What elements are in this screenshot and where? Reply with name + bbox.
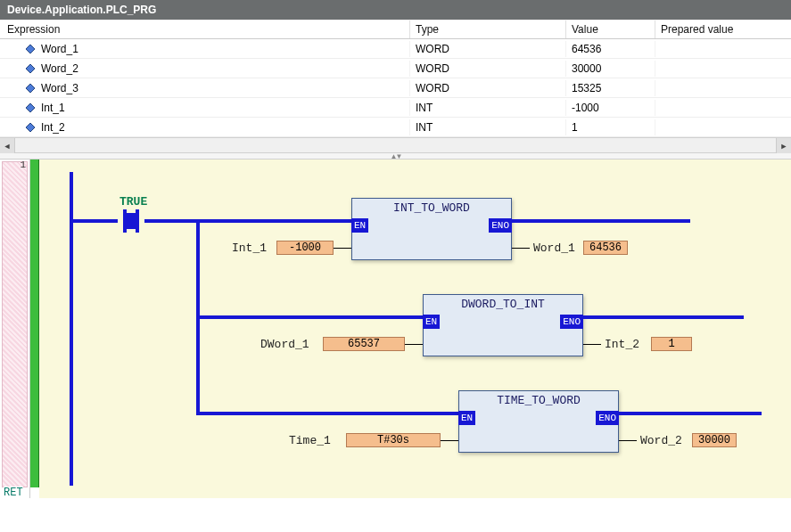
wire [196,315,423,319]
power-flow-bar [30,160,39,487]
network-number: 1 [20,160,26,170]
fb3-input-name: Time_1 [289,434,331,447]
fb3-output-name: Word_2 [640,434,682,447]
fb1-output-name: Word_1 [533,241,575,255]
contact-closed-fill [127,213,136,229]
variable-type: INT [410,100,566,116]
variable-name: Word_1 [41,43,78,55]
wire [196,219,351,223]
function-block-time-to-word[interactable]: TIME_TO_WORD EN ENO [458,390,619,453]
variable-prepared[interactable] [655,86,791,90]
wire [144,219,200,223]
svg-marker-1 [26,64,35,73]
variable-name: Int_2 [41,121,65,134]
svg-marker-3 [26,103,35,112]
window-title: Device.Application.PLC_PRG [7,4,156,16]
variable-name: Word_2 [41,62,78,75]
variable-type: WORD [410,41,566,57]
table-row[interactable]: Word_3WORD15325 [0,78,791,98]
variable-name: Int_1 [41,102,65,114]
table-row[interactable]: Word_2WORD30000 [0,59,791,78]
wire-thin [334,248,351,249]
variable-table-body: Word_1WORD64536Word_2WORD30000Word_3WORD… [0,39,791,137]
contact-bar-right-icon [136,209,139,233]
variable-name: Word_3 [41,82,78,94]
fb1-output-value[interactable]: 64536 [583,241,628,255]
col-header-expression[interactable]: Expression [0,20,410,38]
variable-prepared[interactable] [655,67,791,70]
return-label: RET [4,487,23,499]
fb2-output-name: Int_2 [605,338,639,351]
wire-thin [583,344,601,345]
wire [619,412,762,415]
fb3-input-value[interactable]: T#30s [346,433,441,447]
variable-prepared[interactable] [655,126,791,129]
fb1-input-value[interactable]: -1000 [276,241,334,255]
ladder-canvas[interactable]: TRUE INT_TO_WORD EN ENO Int_1 -1000 Word… [39,160,791,498]
variable-icon [25,122,36,133]
variable-value[interactable]: -1000 [566,100,655,116]
fb-title: INT_TO_WORD [352,201,511,215]
variable-icon [25,102,36,113]
wire-thin [405,344,423,345]
network-gutter: 1 RET [0,160,30,498]
svg-marker-4 [26,123,35,132]
wire [73,219,118,223]
wire-thin [512,248,530,249]
variable-prepared[interactable] [655,106,791,110]
svg-marker-0 [26,45,35,53]
fb2-input-value[interactable]: 65537 [323,337,405,351]
port-en: EN [351,218,368,233]
variable-type: WORD [410,80,566,96]
port-eno: ENO [596,411,619,425]
horizontal-scrollbar[interactable]: ◄ ► [0,137,791,152]
variable-value[interactable]: 64536 [566,41,655,57]
variable-icon [25,44,36,54]
wire [583,315,744,319]
variable-icon [25,63,36,74]
wire-thin [441,440,458,441]
port-en: EN [458,411,475,425]
variable-type: WORD [410,61,566,77]
function-block-int-to-word[interactable]: INT_TO_WORD EN ENO [351,198,512,260]
function-block-dword-to-int[interactable]: DWORD_TO_INT EN ENO [423,294,583,356]
svg-marker-2 [26,84,35,93]
variable-table-header: Expression Type Value Prepared value [0,20,791,39]
scroll-right-arrow[interactable]: ► [776,138,791,153]
scroll-left-arrow[interactable]: ◄ [0,138,15,153]
variable-type: INT [410,119,566,135]
col-header-value[interactable]: Value [566,20,655,38]
wire-thin [619,440,637,441]
ladder-diagram-area: 1 RET TRUE INT_TO_WORD EN ENO Int_1 -100… [0,160,791,498]
variable-value[interactable]: 30000 [566,61,655,77]
port-en: EN [423,315,440,329]
variable-icon [25,83,36,94]
contact-true[interactable] [118,209,144,233]
fb3-output-value[interactable]: 30000 [692,433,737,447]
col-header-prepared[interactable]: Prepared value [655,20,791,38]
fb2-output-value[interactable]: 1 [651,337,692,351]
col-header-type[interactable]: Type [410,20,566,38]
port-eno: ENO [560,315,583,329]
contact-label-true: TRUE [119,195,147,209]
table-row[interactable]: Int_2INT1 [0,118,791,137]
fb-title: DWORD_TO_INT [424,298,582,311]
breakpoint-margin[interactable] [2,161,28,487]
variable-value[interactable]: 1 [566,119,655,135]
port-eno: ENO [489,218,512,233]
fb-title: TIME_TO_WORD [459,394,618,407]
variable-value[interactable]: 15325 [566,80,655,96]
table-row[interactable]: Word_1WORD64536 [0,39,791,59]
variable-prepared[interactable] [655,47,791,51]
window-title-bar: Device.Application.PLC_PRG [0,0,791,20]
table-row[interactable]: Int_1INT-1000 [0,98,791,118]
wire [196,412,458,415]
fb1-input-name: Int_1 [232,241,267,255]
pane-splitter[interactable]: ▲ ▼ [0,152,791,160]
wire [512,219,690,223]
fb2-input-name: DWord_1 [260,338,309,351]
